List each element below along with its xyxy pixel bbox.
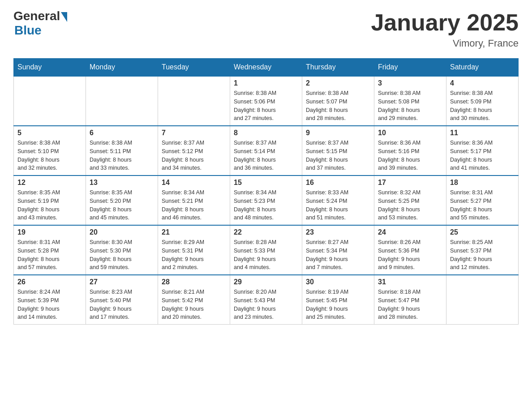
day-number: 9 — [306, 129, 370, 137]
day-info: Sunrise: 8:35 AMSunset: 5:20 PMDaylight:… — [90, 188, 154, 222]
calendar-cell: 12Sunrise: 8:35 AMSunset: 5:19 PMDayligh… — [14, 176, 86, 225]
weekday-header-friday: Friday — [374, 59, 446, 77]
day-number: 22 — [234, 228, 298, 236]
day-number: 30 — [306, 278, 370, 286]
calendar-subtitle: Vimory, France — [371, 38, 519, 49]
weekday-header-wednesday: Wednesday — [230, 59, 302, 77]
day-info: Sunrise: 8:38 AMSunset: 5:11 PMDaylight:… — [90, 139, 154, 172]
weekday-header-thursday: Thursday — [302, 59, 374, 77]
day-number: 20 — [90, 228, 154, 236]
calendar-cell: 1Sunrise: 8:38 AMSunset: 5:06 PMDaylight… — [230, 76, 302, 126]
calendar-cell: 31Sunrise: 8:18 AMSunset: 5:47 PMDayligh… — [374, 275, 446, 325]
calendar-cell: 27Sunrise: 8:23 AMSunset: 5:40 PMDayligh… — [86, 275, 158, 325]
day-number: 18 — [450, 179, 515, 187]
day-number: 8 — [234, 129, 298, 137]
calendar-cell — [158, 76, 230, 126]
logo: General Blue — [13, 9, 67, 38]
day-number: 29 — [234, 278, 298, 286]
day-number: 19 — [17, 228, 82, 236]
day-number: 28 — [162, 278, 226, 286]
day-number: 31 — [378, 278, 442, 286]
calendar-cell — [446, 275, 519, 325]
day-info: Sunrise: 8:31 AMSunset: 5:27 PMDaylight:… — [450, 188, 515, 222]
day-info: Sunrise: 8:27 AMSunset: 5:34 PMDaylight:… — [306, 238, 370, 272]
day-number: 24 — [378, 228, 442, 236]
day-number: 7 — [162, 129, 226, 137]
day-info: Sunrise: 8:28 AMSunset: 5:33 PMDaylight:… — [234, 238, 298, 272]
calendar-cell: 19Sunrise: 8:31 AMSunset: 5:28 PMDayligh… — [14, 225, 86, 275]
week-row-1: 1Sunrise: 8:38 AMSunset: 5:06 PMDaylight… — [14, 76, 519, 126]
calendar-cell — [86, 76, 158, 126]
day-info: Sunrise: 8:30 AMSunset: 5:30 PMDaylight:… — [90, 238, 154, 272]
day-info: Sunrise: 8:25 AMSunset: 5:37 PMDaylight:… — [450, 238, 515, 272]
day-info: Sunrise: 8:29 AMSunset: 5:31 PMDaylight:… — [162, 238, 226, 272]
calendar-cell: 3Sunrise: 8:38 AMSunset: 5:08 PMDaylight… — [374, 76, 446, 126]
calendar-cell: 30Sunrise: 8:19 AMSunset: 5:45 PMDayligh… — [302, 275, 374, 325]
calendar-cell: 7Sunrise: 8:37 AMSunset: 5:12 PMDaylight… — [158, 126, 230, 176]
calendar-cell: 14Sunrise: 8:34 AMSunset: 5:21 PMDayligh… — [158, 176, 230, 225]
day-info: Sunrise: 8:19 AMSunset: 5:45 PMDaylight:… — [306, 288, 370, 321]
day-info: Sunrise: 8:18 AMSunset: 5:47 PMDaylight:… — [378, 288, 442, 321]
weekday-header-sunday: Sunday — [14, 59, 86, 77]
day-number: 17 — [378, 179, 442, 187]
day-info: Sunrise: 8:36 AMSunset: 5:16 PMDaylight:… — [378, 139, 442, 172]
calendar-cell: 16Sunrise: 8:33 AMSunset: 5:24 PMDayligh… — [302, 176, 374, 225]
day-info: Sunrise: 8:36 AMSunset: 5:17 PMDaylight:… — [450, 139, 515, 172]
day-number: 16 — [306, 179, 370, 187]
logo-triangle-icon — [61, 12, 67, 22]
calendar-cell: 10Sunrise: 8:36 AMSunset: 5:16 PMDayligh… — [374, 126, 446, 176]
calendar-cell: 20Sunrise: 8:30 AMSunset: 5:30 PMDayligh… — [86, 225, 158, 275]
week-row-5: 26Sunrise: 8:24 AMSunset: 5:39 PMDayligh… — [14, 275, 519, 325]
day-number: 10 — [378, 129, 442, 137]
calendar-cell: 23Sunrise: 8:27 AMSunset: 5:34 PMDayligh… — [302, 225, 374, 275]
calendar-cell: 25Sunrise: 8:25 AMSunset: 5:37 PMDayligh… — [446, 225, 519, 275]
day-info: Sunrise: 8:32 AMSunset: 5:25 PMDaylight:… — [378, 188, 442, 222]
page-header: General Blue January 2025 Vimory, France — [13, 9, 519, 49]
day-info: Sunrise: 8:35 AMSunset: 5:19 PMDaylight:… — [17, 188, 82, 222]
day-info: Sunrise: 8:33 AMSunset: 5:24 PMDaylight:… — [306, 188, 370, 222]
day-info: Sunrise: 8:23 AMSunset: 5:40 PMDaylight:… — [90, 288, 154, 321]
day-info: Sunrise: 8:34 AMSunset: 5:21 PMDaylight:… — [162, 188, 226, 222]
day-number: 13 — [90, 179, 154, 187]
day-info: Sunrise: 8:38 AMSunset: 5:10 PMDaylight:… — [17, 139, 82, 172]
calendar-cell: 4Sunrise: 8:38 AMSunset: 5:09 PMDaylight… — [446, 76, 519, 126]
logo-general-text: General — [13, 9, 60, 23]
day-info: Sunrise: 8:26 AMSunset: 5:36 PMDaylight:… — [378, 238, 442, 272]
calendar-cell: 17Sunrise: 8:32 AMSunset: 5:25 PMDayligh… — [374, 176, 446, 225]
calendar-cell: 9Sunrise: 8:37 AMSunset: 5:15 PMDaylight… — [302, 126, 374, 176]
day-number: 5 — [17, 129, 82, 137]
weekday-header-monday: Monday — [86, 59, 158, 77]
day-info: Sunrise: 8:37 AMSunset: 5:12 PMDaylight:… — [162, 139, 226, 172]
weekday-header-saturday: Saturday — [446, 59, 519, 77]
day-number: 1 — [234, 79, 298, 87]
calendar-cell — [14, 76, 86, 126]
calendar-cell: 6Sunrise: 8:38 AMSunset: 5:11 PMDaylight… — [86, 126, 158, 176]
calendar-cell: 11Sunrise: 8:36 AMSunset: 5:17 PMDayligh… — [446, 126, 519, 176]
title-area: January 2025 Vimory, France — [371, 9, 519, 49]
calendar-cell: 18Sunrise: 8:31 AMSunset: 5:27 PMDayligh… — [446, 176, 519, 225]
day-number: 3 — [378, 79, 442, 87]
day-info: Sunrise: 8:38 AMSunset: 5:07 PMDaylight:… — [306, 89, 370, 123]
weekday-header-tuesday: Tuesday — [158, 59, 230, 77]
day-number: 14 — [162, 179, 226, 187]
day-number: 25 — [450, 228, 515, 236]
calendar-cell: 5Sunrise: 8:38 AMSunset: 5:10 PMDaylight… — [14, 126, 86, 176]
day-info: Sunrise: 8:38 AMSunset: 5:08 PMDaylight:… — [378, 89, 442, 123]
calendar-header-row: SundayMondayTuesdayWednesdayThursdayFrid… — [14, 59, 519, 77]
day-info: Sunrise: 8:24 AMSunset: 5:39 PMDaylight:… — [17, 288, 82, 321]
day-info: Sunrise: 8:37 AMSunset: 5:15 PMDaylight:… — [306, 139, 370, 172]
day-number: 23 — [306, 228, 370, 236]
calendar-cell: 2Sunrise: 8:38 AMSunset: 5:07 PMDaylight… — [302, 76, 374, 126]
day-number: 6 — [90, 129, 154, 137]
day-info: Sunrise: 8:31 AMSunset: 5:28 PMDaylight:… — [17, 238, 82, 272]
calendar-cell: 13Sunrise: 8:35 AMSunset: 5:20 PMDayligh… — [86, 176, 158, 225]
logo-blue-text: Blue — [14, 23, 42, 38]
week-row-2: 5Sunrise: 8:38 AMSunset: 5:10 PMDaylight… — [14, 126, 519, 176]
calendar-cell: 28Sunrise: 8:21 AMSunset: 5:42 PMDayligh… — [158, 275, 230, 325]
day-number: 21 — [162, 228, 226, 236]
day-number: 4 — [450, 79, 515, 87]
calendar-cell: 15Sunrise: 8:34 AMSunset: 5:23 PMDayligh… — [230, 176, 302, 225]
day-info: Sunrise: 8:21 AMSunset: 5:42 PMDaylight:… — [162, 288, 226, 321]
day-number: 15 — [234, 179, 298, 187]
day-number: 12 — [17, 179, 82, 187]
